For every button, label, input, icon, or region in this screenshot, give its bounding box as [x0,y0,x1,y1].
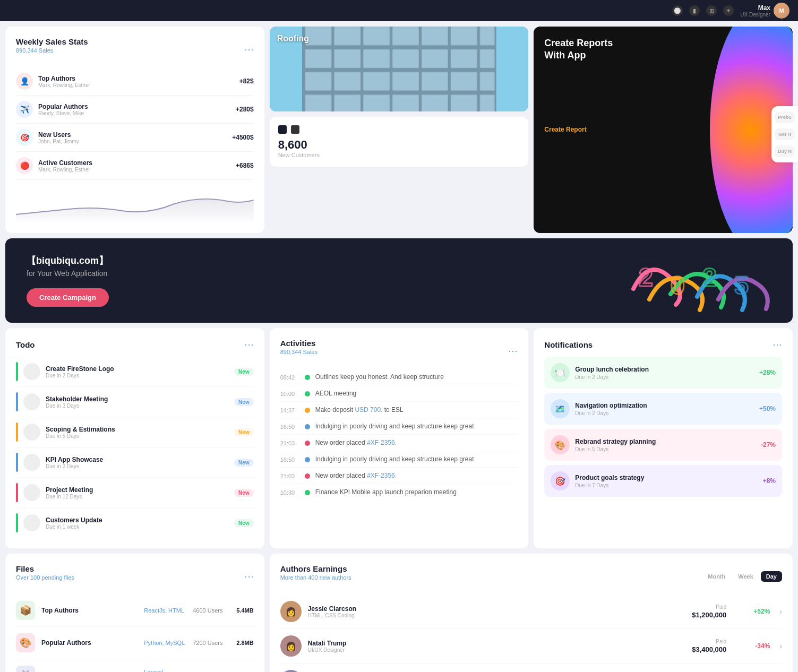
campaign-text: 【biqubiqu.com】 for Your Web Application … [27,254,771,307]
author-arrow-natali[interactable]: › [779,642,782,650]
roofing-label: Roofing [277,34,309,44]
todo-name-customers: Customers Update [46,516,229,524]
svg-rect-19 [392,72,418,90]
notifications-title: Notifications [544,340,593,349]
notif-rebrand: 🎨 Rebrand strategy planning Due in 5 Day… [544,429,782,461]
author-arrow-jessie[interactable]: › [779,607,782,616]
svg-rect-23 [305,95,331,111]
activity-text-1: Outlines keep you honest. And keep struc… [315,373,518,381]
tab-month[interactable]: Month [702,571,731,582]
author-avatar-kevin: 👨 [280,670,302,672]
file-users-popular-authors: 7200 Users [193,640,230,646]
svg-rect-17 [334,72,361,90]
svg-rect-6 [422,27,448,45]
new-users-value: +4500$ [232,134,253,141]
file-size-popular-authors: 2.8MB [236,640,253,646]
notifications-menu[interactable]: ⋯ [773,339,782,350]
user-role: UX Designer [740,12,770,18]
create-report-link[interactable]: Create Report [544,126,613,133]
file-popular-authors: 🎨 Popular Authors Python, MySQL 7200 Use… [16,627,254,659]
activity-link-7[interactable]: #XF-2356. [367,472,397,479]
notif-product-goals: 🎯 Product goals strategy Due in 7 Days +… [544,465,782,497]
files-title: Files [16,564,74,573]
svg-rect-5 [392,27,418,45]
todo-indicator-customers [16,513,18,532]
stat-top-authors: 👤 Top Authors Mark, Rowling, Esther +82$ [16,67,254,96]
files-menu[interactable]: ⋯ [244,571,254,582]
svg-rect-4 [363,27,389,45]
author-name-jessie: Jessie Clarcson [308,605,686,613]
activity-dot-8 [305,490,310,495]
todo-indicator-project [16,483,18,502]
todo-item-scoping: Scoping & Estimations Due in 5 Days New [16,417,254,447]
file-icon-top-authors: 📦 [16,601,35,620]
notif-group-lunch: 🍽️ Group lunch celebration Due in 2 Days… [544,357,782,389]
theme-icon[interactable]: ☀ [723,5,734,16]
new-users-name: New Users [38,131,232,139]
stat-active-customers: 🔴 Active Customers Mark, Rowling, Esther… [16,152,254,180]
user-name: Max [740,4,770,12]
user-profile[interactable]: Max UX Designer M [740,3,790,19]
todo-indicator-firestone [16,362,18,381]
activity-dot-4 [305,424,310,429]
todo-badge-firestone: New [234,368,254,376]
battery-icon: ▮ [689,5,700,16]
new-customers-icon2 [291,125,299,134]
todo-menu[interactable]: ⋯ [244,339,254,350]
topbar: ⚪ ▮ ⊞ ☀ Max UX Designer M [0,0,798,21]
file-users-top-authors: 4600 Users [193,607,230,614]
sidebar-btn-geth[interactable]: Get H [775,128,795,140]
author-change-jessie: +52% [743,608,770,615]
notif-title-product-goals: Product goals strategy [575,474,757,481]
file-top-authors: 📦 Top Authors ReactJs, HTML 4600 Users 5… [16,595,254,627]
activities-card: Activities 890,344 Sales ⋯ 08:42 Outline… [270,328,529,548]
activity-text-7: New order placed #XF-2356. [315,472,518,479]
todo-name-stakeholder: Stakeholder Meeting [46,395,229,403]
activity-link-5[interactable]: #XF-2356. [367,439,397,446]
svg-rect-15 [480,49,494,67]
main-content: Weekly Sales Stats 890,344 Sales ⋯ 👤 Top… [0,21,798,672]
files-card: Files Over 100 pending files ⋯ 📦 Top Aut… [5,554,264,672]
notif-value-rebrand: -27% [761,441,776,449]
todo-indicator-stakeholder [16,392,18,411]
todo-avatar-scoping [23,424,40,441]
weekly-sales-menu[interactable]: ⋯ [244,44,254,55]
activity-time-1: 08:42 [280,374,299,381]
svg-rect-21 [451,72,477,90]
todo-due-customers: Due in 1 week [46,524,229,530]
tab-week[interactable]: Week [733,571,759,582]
grid-icon[interactable]: ⊞ [706,5,717,16]
notif-title-navigation: Navigation optimization [575,402,754,409]
new-customers-label: New Customers [278,152,520,158]
activities-title: Activities [280,339,318,348]
right-sidebar: Prebu Get H Buy N [771,106,798,162]
todo-badge-scoping: New [234,428,254,436]
svg-rect-25 [363,95,389,111]
tab-day[interactable]: Day [761,571,782,582]
todo-item-project: Project Meeting Due in 12 Days New [16,478,254,508]
author-paid-label-natali: Paid [692,639,726,644]
active-customers-value: +686$ [236,162,254,169]
author-role-jessie: HTML, CSS Coding [308,613,686,618]
active-customers-users: Mark, Rowling, Esther [38,167,236,173]
todo-badge-stakeholder: New [234,398,254,406]
campaign-subtitle: for Your Web Application [27,269,771,278]
author-tabs: Month Week Day [702,571,782,582]
author-role-natali: UI/UX Designer [308,647,686,653]
file-icon-new-users: 👾 [16,666,35,672]
col2-top: Roofing 8,600 New Customers [270,27,529,233]
stat-new-users: 🎯 New Users John, Pat, Jimmy +4500$ [16,124,254,152]
sidebar-btn-prebu[interactable]: Prebu [775,111,795,123]
activity-link-3[interactable]: USD 700. [355,406,382,413]
sidebar-btn-buyn[interactable]: Buy N [775,145,795,157]
activity-4: 16:50 Indulging in poorly driving and ke… [280,418,518,435]
author-avatar-natali: 👩 [280,635,302,657]
activities-subtitle: 890,344 Sales [280,349,318,355]
activity-6: 16:50 Indulging in poorly driving and ke… [280,451,518,468]
todo-title: Todo [16,340,35,349]
search-icon[interactable]: ⚪ [672,5,683,16]
activities-menu[interactable]: ⋯ [508,345,518,357]
todo-name-kpi: KPI App Showcase [46,456,229,463]
create-campaign-button[interactable]: Create Campaign [27,288,109,307]
activity-time-4: 16:50 [280,424,299,430]
